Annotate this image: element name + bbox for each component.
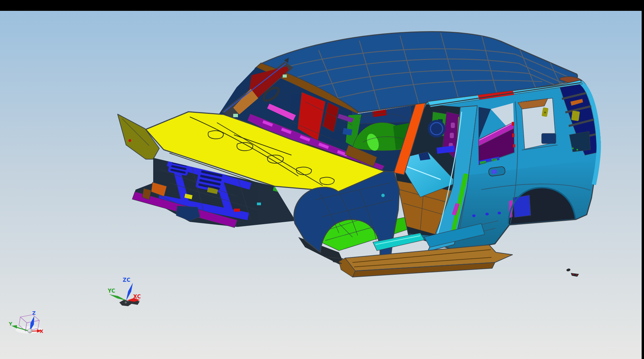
debris-red-dot-1 [572, 274, 574, 275]
arch-blue-box[interactable] [513, 195, 531, 217]
quarter-box-navy[interactable] [542, 133, 556, 144]
datum-y-label: Y [8, 321, 13, 326]
a-pillar-mint-2 [233, 114, 238, 117]
front-red-part[interactable] [234, 209, 240, 212]
wcs-y-label: YC [107, 288, 115, 294]
liftgate-olive-plate[interactable] [571, 111, 580, 121]
quarter-tab-dot [544, 112, 546, 113]
wcs-base-hole [125, 301, 127, 303]
datum-origin-sphere[interactable] [28, 329, 32, 333]
wcs-x-label: XC [133, 294, 141, 300]
headlamp-red-dot [128, 139, 131, 142]
handle-blue-insert [491, 169, 497, 174]
fender-cyan-dot [381, 194, 385, 197]
datum-x-label: X [40, 329, 43, 334]
a-pillar-mint-1 [283, 75, 287, 78]
right-edge-bar [642, 0, 644, 359]
wcs-z-label: ZC [123, 277, 130, 283]
front-cyan-part[interactable] [257, 203, 261, 205]
debris-red-dot-2 [576, 274, 577, 276]
datum-z-label: Z [32, 310, 36, 316]
cad-viewport[interactable]: ZC YC XC Z Y X [0, 0, 644, 359]
